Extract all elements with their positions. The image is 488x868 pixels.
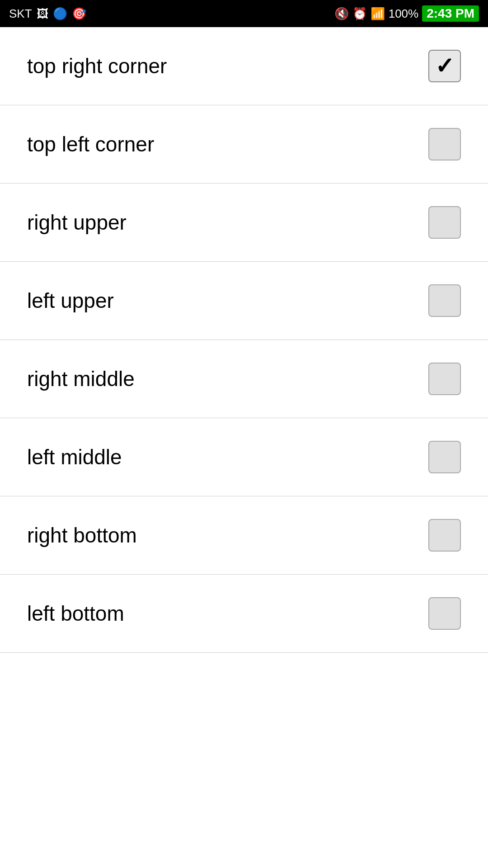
list-item-left-upper: left upper [0,262,488,340]
label-right-middle: right middle [27,367,135,391]
checkbox-left-upper[interactable] [428,284,461,317]
label-right-bottom: right bottom [27,523,137,547]
label-top-right-corner: top right corner [27,54,167,78]
image-icon: 🖼 [37,7,48,21]
list-item-left-bottom: left bottom [0,575,488,653]
list-item-left-middle: left middle [0,418,488,496]
checkbox-right-upper[interactable] [428,206,461,239]
time-label: 2:43 PM [422,5,479,22]
checkbox-right-bottom[interactable] [428,519,461,552]
label-left-upper: left upper [27,288,114,313]
carrier-label: SKT [9,7,32,21]
checkbox-right-middle[interactable] [428,363,461,395]
status-bar: SKT 🖼 🔵 🎯 🔇 ⏰ 📶 100% 2:43 PM [0,0,488,27]
list-item-top-right-corner: top right corner [0,27,488,105]
battery-label: 100% [389,7,419,21]
signal-icon: 📶 [371,7,385,21]
label-left-bottom: left bottom [27,601,124,626]
label-left-middle: left middle [27,445,122,469]
list-item-top-left-corner: top left corner [0,105,488,184]
app-icon-2: 🎯 [72,7,86,21]
label-right-upper: right upper [27,210,127,235]
checkbox-left-bottom[interactable] [428,597,461,630]
mute-icon: 🔇 [334,7,349,21]
checkbox-top-left-corner[interactable] [428,128,461,160]
alarm-icon: ⏰ [352,7,367,21]
label-top-left-corner: top left corner [27,132,154,156]
list-item-right-bottom: right bottom [0,496,488,575]
list-item-right-middle: right middle [0,340,488,418]
status-bar-left: SKT 🖼 🔵 🎯 [9,7,86,21]
status-bar-right: 🔇 ⏰ 📶 100% 2:43 PM [334,5,479,22]
checkbox-top-right-corner[interactable] [428,50,461,82]
option-list: top right cornertop left cornerright upp… [0,27,488,653]
list-item-right-upper: right upper [0,184,488,262]
checkbox-left-middle[interactable] [428,441,461,473]
app-icon-1: 🔵 [53,7,67,21]
